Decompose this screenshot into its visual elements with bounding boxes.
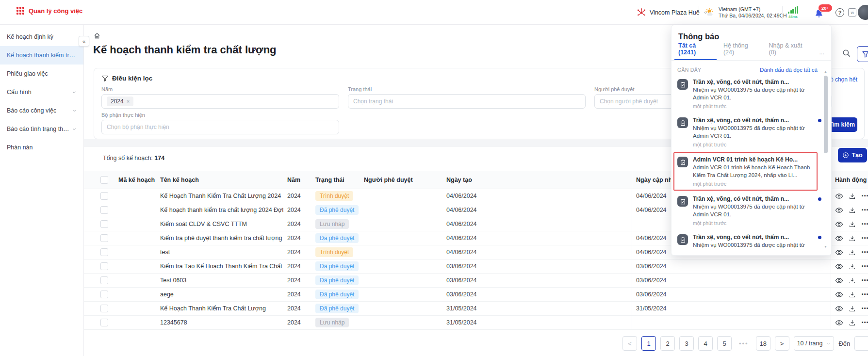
view-icon[interactable] bbox=[835, 206, 843, 214]
view-icon[interactable] bbox=[835, 192, 843, 200]
scroll-down-icon[interactable]: ▼ bbox=[824, 245, 827, 248]
more-actions-icon[interactable]: ⋯ bbox=[861, 236, 868, 241]
jump-page-input[interactable] bbox=[854, 336, 868, 351]
view-icon[interactable] bbox=[835, 319, 843, 327]
status-badge: Đã phê duyệt bbox=[315, 275, 359, 285]
app-logo[interactable]: Quản lý công việc bbox=[16, 7, 82, 15]
download-icon[interactable] bbox=[849, 235, 856, 242]
year-select[interactable]: 2024 × bbox=[101, 94, 339, 109]
page-button[interactable]: 4 bbox=[698, 336, 713, 351]
view-icon[interactable] bbox=[835, 305, 843, 313]
updated-date bbox=[632, 316, 831, 329]
remove-tag-icon[interactable]: × bbox=[127, 98, 130, 104]
select-all-checkbox[interactable] bbox=[100, 176, 108, 184]
download-icon[interactable] bbox=[849, 193, 856, 200]
notifications-bell-button[interactable]: 20+ bbox=[814, 5, 834, 21]
page-button[interactable]: 1 bbox=[641, 336, 656, 351]
row-checkbox[interactable] bbox=[100, 291, 108, 298]
view-icon[interactable] bbox=[835, 248, 843, 257]
view-icon[interactable] bbox=[835, 291, 843, 299]
notification-item[interactable]: Trần xệ, võng, có vết nứt, thấm n... Nhi… bbox=[671, 113, 831, 151]
sidebar-item[interactable]: Báo cáo công việc bbox=[0, 101, 83, 120]
sidebar-item[interactable]: Phàn nàn bbox=[0, 138, 83, 157]
language-switcher[interactable]: vi bbox=[848, 0, 856, 25]
row-checkbox[interactable] bbox=[100, 234, 108, 242]
download-icon[interactable] bbox=[849, 291, 856, 298]
more-actions-icon[interactable]: ⋯ bbox=[861, 208, 868, 212]
scrollbar-thumb[interactable] bbox=[824, 76, 828, 153]
download-icon[interactable] bbox=[849, 277, 856, 284]
row-checkbox[interactable] bbox=[100, 192, 108, 200]
sidebar-item[interactable]: Báo cáo tình trạng thực hiện bbox=[0, 120, 83, 138]
user-avatar[interactable] bbox=[858, 5, 868, 20]
download-icon[interactable] bbox=[849, 305, 856, 312]
row-checkbox[interactable] bbox=[100, 206, 108, 214]
more-actions-icon[interactable]: ⋯ bbox=[861, 194, 868, 198]
row-checkbox[interactable] bbox=[100, 262, 108, 270]
chevron-down-icon bbox=[72, 90, 77, 95]
page-ellipsis[interactable]: ••• bbox=[736, 336, 752, 351]
row-checkbox[interactable] bbox=[100, 248, 108, 256]
more-actions-icon[interactable]: ⋯ bbox=[861, 292, 868, 297]
help-button[interactable]: ? bbox=[835, 0, 844, 25]
sidebar-collapse-button[interactable]: « bbox=[79, 36, 89, 47]
notification-tab[interactable]: Nhập & xuất (0) bbox=[769, 42, 809, 60]
scroll-up-icon[interactable]: ▲ bbox=[824, 70, 827, 73]
sidebar-item[interactable]: Phiếu giao việc bbox=[0, 65, 83, 83]
weather-sun-icon bbox=[704, 7, 715, 18]
download-icon[interactable] bbox=[849, 263, 856, 270]
notification-tab[interactable]: ... bbox=[819, 49, 824, 60]
notification-item-title: Admin VCR 01 trình kế hoạch Kế Ho... bbox=[693, 156, 815, 163]
notification-item[interactable]: Trần xệ, võng, có vết nứt, thấm n... Nhi… bbox=[671, 192, 831, 230]
page-button[interactable]: 2 bbox=[660, 336, 675, 351]
department-select[interactable] bbox=[101, 120, 339, 134]
page-size-select[interactable]: 10 / trang bbox=[794, 336, 835, 351]
filter-toggle-button[interactable] bbox=[857, 46, 868, 62]
home-icon[interactable] bbox=[93, 32, 101, 40]
recent-section-label: GẦN ĐÂY bbox=[677, 67, 701, 73]
view-icon[interactable] bbox=[835, 262, 843, 271]
notification-item[interactable]: Trần xệ, võng, có vết nứt, thấm n... Nhi… bbox=[671, 230, 831, 253]
download-icon[interactable] bbox=[849, 207, 856, 214]
more-actions-icon[interactable]: ⋯ bbox=[861, 222, 868, 227]
more-actions-icon[interactable]: ⋯ bbox=[861, 278, 868, 283]
download-icon[interactable] bbox=[849, 249, 856, 256]
view-icon[interactable] bbox=[835, 234, 843, 243]
sidebar-item[interactable]: Cấu hình bbox=[0, 83, 83, 101]
next-page-button[interactable]: > bbox=[775, 336, 789, 351]
plan-approver bbox=[360, 259, 442, 273]
page-button[interactable]: 3 bbox=[679, 336, 694, 351]
search-icon[interactable] bbox=[842, 49, 851, 58]
status-badge: Trình duyệt bbox=[315, 191, 353, 201]
download-icon[interactable] bbox=[849, 221, 856, 228]
mark-all-read-link[interactable]: Đánh dấu đã đọc tất cả bbox=[760, 67, 818, 73]
page-button[interactable]: 5 bbox=[717, 336, 732, 351]
row-checkbox[interactable] bbox=[100, 276, 108, 284]
more-actions-icon[interactable]: ⋯ bbox=[861, 264, 868, 269]
notification-tab[interactable]: Tất cả (1241) bbox=[678, 42, 713, 60]
sidebar-item[interactable]: Kế hoạch thanh kiểm tra chất... bbox=[0, 46, 83, 65]
prev-page-button[interactable]: < bbox=[622, 336, 637, 351]
notification-tab[interactable]: Hệ thống (24) bbox=[723, 42, 758, 60]
view-icon[interactable] bbox=[835, 276, 843, 285]
more-actions-icon[interactable]: ⋯ bbox=[861, 250, 868, 255]
clipboard-check-icon bbox=[677, 234, 688, 245]
panel-scrollbar[interactable]: ▲ ▼ bbox=[823, 70, 828, 248]
notification-item[interactable]: Trần xệ, võng, có vết nứt, thấm n... Nhi… bbox=[671, 75, 831, 113]
plan-name: Kế Hoạch Thanh Kiểm Tra Chất Lượng bbox=[156, 302, 283, 315]
notification-item[interactable]: Admin VCR 01 trình kế hoạch Kế Ho... Adm… bbox=[673, 152, 818, 191]
create-button[interactable]: Tạo bbox=[838, 148, 867, 162]
sidebar-item[interactable]: Kế hoạch định kỳ bbox=[0, 28, 83, 46]
download-icon[interactable] bbox=[849, 319, 856, 326]
status-select[interactable] bbox=[348, 94, 586, 109]
more-actions-icon[interactable]: ⋯ bbox=[861, 306, 868, 311]
more-actions-icon[interactable]: ⋯ bbox=[861, 320, 868, 325]
page-button[interactable]: 18 bbox=[756, 336, 770, 351]
workspace-selector[interactable]: Vincom Plaza Huế bbox=[637, 0, 708, 25]
view-icon[interactable] bbox=[835, 220, 843, 228]
row-checkbox[interactable] bbox=[100, 319, 108, 326]
row-checkbox[interactable] bbox=[100, 305, 108, 312]
row-checkbox[interactable] bbox=[100, 220, 108, 228]
chevron-down-icon bbox=[826, 341, 831, 346]
created-date: 04/06/2024 bbox=[442, 217, 632, 231]
